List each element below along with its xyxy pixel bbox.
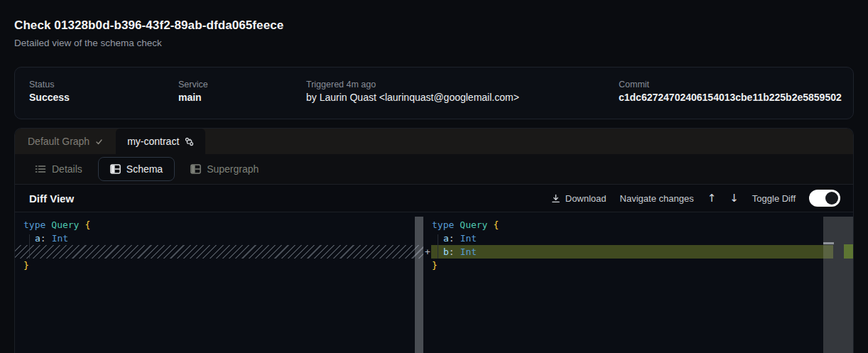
triggered-value: by Laurin Quast <laurinquast@googlemail.… — [306, 92, 519, 103]
code-line: typeQuery{ — [23, 218, 90, 232]
view-tabs: Details Schema — [15, 154, 853, 184]
commit-label: Commit — [619, 80, 649, 89]
diff-pane-after: typeQuery{ a:Int b:Int } — [423, 212, 823, 353]
schema-diff-editor: typeQuery{ a:Int } + typeQuery{ a:Int b:… — [15, 212, 853, 353]
navigate-changes-label: Navigate changes — [620, 193, 694, 204]
diff-view-title: Diff View — [29, 192, 74, 205]
schema-check-page: Check 01328b0d-b396-43f2-89ab-dfda065fee… — [0, 0, 868, 353]
download-label: Download — [565, 193, 607, 204]
tab-schema-label: Schema — [126, 163, 163, 175]
tab-details[interactable]: Details — [26, 157, 91, 181]
page-title: Check 01328b0d-b396-43f2-89ab-dfda065fee… — [14, 18, 283, 33]
service-label: Service — [178, 80, 208, 89]
tab-my-contract[interactable]: my-contract — [116, 129, 205, 154]
list-icon — [35, 164, 46, 174]
previous-change-button[interactable]: ↑ — [707, 192, 717, 205]
left-editor-scrollbar[interactable] — [415, 217, 423, 353]
diff-toolbar-actions: Download Navigate changes ↑ ↓ Toggle Dif… — [551, 190, 840, 207]
code-line: } — [23, 259, 29, 272]
diff-spacer-hatch — [15, 245, 423, 259]
navigate-changes-button[interactable]: Navigate changes — [620, 193, 694, 204]
commit-value: c1dc62724702406154013cbe11b225b2e5859502 — [619, 92, 842, 103]
tab-supergraph-label: Supergraph — [207, 163, 259, 175]
added-line-scrollbar-overlay — [823, 245, 833, 259]
code-line: a:Int — [23, 232, 68, 245]
git-compare-icon — [185, 137, 194, 146]
service-value: main — [178, 92, 202, 103]
tab-default-graph-label: Default Graph — [28, 136, 89, 147]
tab-default-graph[interactable]: Default Graph — [15, 129, 116, 154]
status-label: Status — [29, 80, 54, 89]
next-change-button[interactable]: ↓ — [729, 192, 739, 205]
tab-supergraph[interactable]: Supergraph — [182, 157, 267, 181]
triggered-label: Triggered 4m ago — [306, 80, 376, 89]
tab-details-label: Details — [52, 163, 82, 175]
graph-tabstrip: Default Graph my-contract — [15, 129, 853, 154]
status-value: Success — [29, 92, 70, 103]
check-meta-card: Status Success Service main Triggered 4m… — [14, 67, 854, 119]
tab-my-contract-label: my-contract — [127, 136, 179, 147]
download-icon — [551, 194, 560, 203]
schema-check-detail-card: Default Graph my-contract — [14, 128, 854, 353]
toggle-diff-switch[interactable] — [809, 190, 840, 207]
check-icon — [95, 138, 103, 146]
tab-schema[interactable]: Schema — [98, 157, 175, 181]
code-line: typeQuery{ — [432, 218, 499, 232]
toggle-knob — [825, 192, 838, 205]
code-line-added: b:Int — [432, 245, 477, 259]
panels-icon — [190, 164, 201, 174]
code-line: a:Int — [432, 232, 477, 245]
toggle-diff-label: Toggle Diff — [752, 193, 796, 204]
right-editor-scrollbar[interactable] — [823, 217, 854, 353]
scrollbar-slider[interactable] — [823, 242, 834, 244]
page-subtitle: Detailed view of the schema check — [14, 38, 162, 48]
panels-icon — [110, 164, 121, 174]
code-line: } — [432, 259, 438, 272]
diff-toolbar: Diff View Download Navigate changes ↑ ↓ … — [15, 184, 853, 212]
overview-ruler-added-marker — [844, 244, 854, 259]
diff-pane-before: typeQuery{ a:Int } — [15, 212, 415, 353]
download-button[interactable]: Download — [551, 193, 607, 204]
